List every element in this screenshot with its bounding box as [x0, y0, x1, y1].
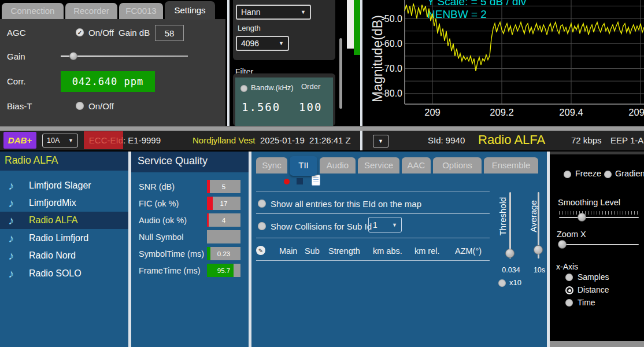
vertical-splitter-1[interactable]	[227, 0, 230, 126]
gain-slider-track[interactable]	[61, 56, 188, 57]
zoom-x-slider-handle[interactable]	[558, 240, 567, 249]
x-axis-samples-radio[interactable]	[565, 274, 573, 281]
service-list-header: Radio ALFA	[0, 152, 128, 171]
edit-icon[interactable]: ✎	[256, 246, 265, 255]
show-all-radio[interactable]	[258, 200, 266, 208]
dab-mode-badge: DAB+	[3, 132, 36, 149]
quality-row-label: FrameTime (ms)	[139, 266, 201, 275]
svg-text:Magnitude(dB): Magnitude(dB)	[370, 15, 385, 102]
document-icon[interactable]	[312, 175, 320, 186]
status-divider[interactable]	[360, 131, 362, 150]
order-label: Order	[301, 82, 320, 91]
chevron-down-icon: ▼	[301, 9, 306, 15]
sub-id-combo[interactable]: 1▼	[368, 217, 402, 232]
chevron-down-icon: ▼	[378, 138, 383, 144]
bitrate: 72 kbps	[571, 135, 602, 145]
bandwidth-radio[interactable]	[240, 85, 247, 92]
bias-t-label: Bias-T	[7, 101, 32, 111]
bias-t-radio[interactable]	[76, 102, 84, 110]
fft-window-value: Hann	[241, 8, 260, 17]
service-list-item[interactable]: ♪Radio Limfjord	[0, 230, 128, 247]
horizontal-splitter[interactable]	[0, 126, 644, 131]
x-axis-distance-label: Distance	[578, 285, 609, 294]
average-value: 10s	[529, 266, 547, 274]
chevron-down-icon: ▼	[392, 222, 397, 228]
gain-slider-handle[interactable]	[69, 52, 77, 60]
tab-tii[interactable]: TII	[290, 156, 317, 176]
service-list-item-selected[interactable]: ♪Radio ALFA	[0, 212, 128, 229]
tab-connection[interactable]: Connection	[2, 3, 64, 19]
device-settings-panel: AGC ✓ On/Off Gain dB 58 Gain Corr. 042.6…	[0, 19, 225, 126]
gain-label: Gain	[7, 51, 25, 61]
agc-radio[interactable]: ✓	[76, 28, 84, 36]
tab-fc0013[interactable]: FC0013	[119, 3, 163, 19]
service-list-item[interactable]: ♪Radio Nord	[0, 247, 128, 264]
spectrum-chart[interactable]: -50.0-60.0-70.0-80.0209209.2209.4209.6Ma…	[362, 0, 644, 126]
gradient-radio[interactable]	[604, 171, 612, 178]
stop-square-icon[interactable]	[297, 178, 303, 184]
ensemble-name: Nordjylland Vest	[193, 135, 255, 145]
level-meter-peak	[347, 0, 354, 49]
freeze-radio[interactable]	[564, 171, 571, 178]
music-note-icon: ♪	[8, 267, 25, 280]
threshold-slider-handle[interactable]	[505, 249, 515, 258]
tab-audio[interactable]: Audio	[320, 157, 356, 174]
tab-sync[interactable]: Sync	[256, 157, 287, 174]
service-list-item[interactable]: ♪Radio SOLO	[0, 265, 128, 282]
column-header-km-abs[interactable]: km abs.	[373, 246, 402, 256]
threshold-slider-label: Threshold	[498, 190, 508, 242]
column-header-main[interactable]: Main	[279, 246, 297, 256]
column-header-km-rel[interactable]: km rel.	[414, 246, 440, 256]
quality-bar: 0.23	[207, 247, 240, 260]
music-note-icon: ♪	[8, 232, 25, 245]
column-header-azm[interactable]: AZM(°)	[455, 246, 482, 256]
x-axis-distance-radio[interactable]	[565, 286, 573, 294]
column-header-sub[interactable]: Sub	[305, 246, 320, 256]
fft-length-value: 4096	[241, 39, 259, 48]
service-list-item[interactable]: ♪LimfjordMix	[0, 194, 128, 212]
corr-label: Corr.	[7, 76, 26, 86]
smoothing-slider-track[interactable]	[559, 217, 639, 218]
x-axis-time-label: Time	[578, 298, 595, 307]
tab-recorder[interactable]: Recorder	[65, 3, 117, 19]
zoom-x-slider-track[interactable]	[559, 244, 639, 245]
service-list-item[interactable]: ♪Limfjord Slager	[0, 177, 128, 194]
show-all-label: Show all entries for this EId on the map	[271, 199, 421, 209]
quality-bar: 4	[207, 213, 240, 227]
quality-bar: 17	[207, 197, 240, 210]
service-quality-title: Service Quality	[138, 155, 208, 167]
show-collisions-radio[interactable]	[258, 222, 266, 230]
record-dot-icon[interactable]	[284, 179, 290, 184]
channel-combo[interactable]: 10A▼	[42, 134, 78, 147]
sub-id-value: 1	[373, 220, 377, 230]
gain-db-input[interactable]: 58	[155, 25, 184, 41]
smoothing-slider-ticks	[559, 211, 639, 215]
tab-ensemble[interactable]: Ensemble	[484, 157, 538, 174]
column-header-strength[interactable]: Strength	[328, 246, 360, 256]
quality-row-label: SymbolTime (ms)	[139, 249, 204, 259]
smoothing-slider-handle[interactable]	[578, 213, 586, 222]
svg-text:209.4: 209.4	[559, 107, 583, 117]
ecc-eid-value: : E1-9999	[123, 135, 161, 145]
fft-length-label: Length	[238, 24, 261, 32]
average-slider-handle[interactable]	[534, 245, 543, 254]
tab-service[interactable]: Service	[358, 157, 399, 174]
fft-length-combo[interactable]: 4096▼	[236, 36, 289, 51]
app-window: Connection Recorder FC0013 Settings AGC …	[0, 0, 644, 347]
tab-options[interactable]: Options	[433, 157, 482, 174]
bandwidth-value: 1.560	[242, 101, 280, 113]
gain-db-label: Gain dB	[119, 28, 150, 38]
scrollbar-thumb[interactable]	[339, 38, 342, 109]
service-name: Radio ALFA	[478, 132, 545, 147]
tab-aac[interactable]: AAC	[402, 157, 431, 174]
expand-button[interactable]: ▼	[373, 135, 388, 147]
agc-label: AGC	[7, 28, 26, 38]
x-axis-time-radio[interactable]	[565, 299, 573, 307]
fft-window-combo[interactable]: Hann▼	[236, 5, 311, 20]
tab-settings[interactable]: Settings	[165, 1, 215, 20]
x10-radio[interactable]	[498, 279, 506, 287]
svg-text:209.2: 209.2	[490, 107, 513, 117]
chevron-down-icon: ▼	[279, 40, 284, 46]
x-axis-samples-label: Samples	[578, 272, 609, 282]
svg-text:NENBW = 2: NENBW = 2	[427, 8, 487, 20]
